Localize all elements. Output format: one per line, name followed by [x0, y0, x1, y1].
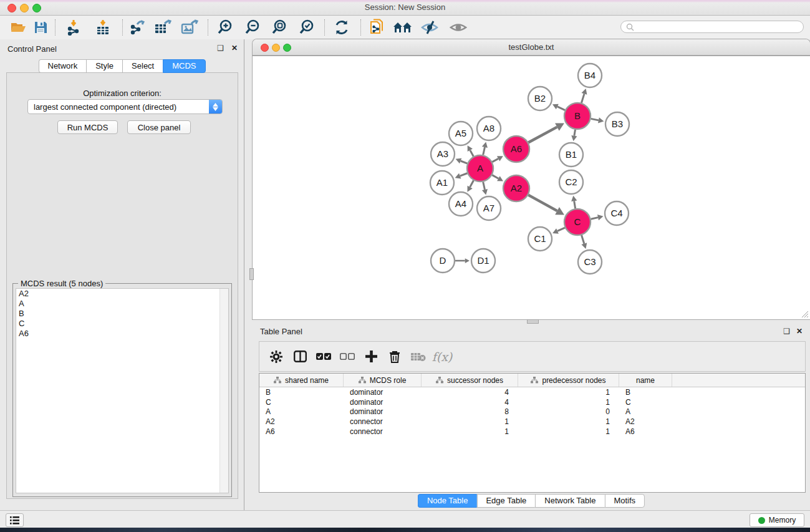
control-panel-float-icon[interactable]: ❑ — [217, 44, 224, 52]
zoom-selected-icon[interactable] — [296, 19, 317, 36]
delete-table-icon[interactable] — [407, 352, 430, 362]
tab-edge-table[interactable]: Edge Table — [476, 494, 535, 508]
graph-edge[interactable] — [557, 228, 565, 231]
graph-edge[interactable] — [483, 181, 485, 190]
table-cell[interactable]: 4 — [422, 388, 518, 397]
table-row[interactable]: A2connector11A2 — [259, 417, 805, 427]
mcds-result-item[interactable]: A6 — [16, 329, 228, 339]
table-panel-close-icon[interactable]: ✕ — [796, 327, 803, 336]
graph-edge[interactable] — [591, 118, 599, 120]
table-cell[interactable]: 1 — [518, 398, 619, 407]
table-cell[interactable]: 8 — [422, 407, 518, 416]
table-cell[interactable]: connector — [344, 417, 422, 426]
graph-edge[interactable] — [574, 130, 576, 136]
optimization-criterion-select[interactable]: largest connected component (directed) — [27, 99, 223, 114]
hide-selected-icon[interactable] — [419, 19, 440, 36]
table-cell[interactable]: B — [619, 388, 672, 397]
save-icon[interactable] — [30, 19, 51, 36]
export-table-icon[interactable] — [152, 19, 173, 36]
network-graph[interactable]: AA1A3A4A5A7A8A6A2BB1B2B3B4CC1C2C3C4DD1 — [253, 56, 809, 319]
tab-node-table[interactable]: Node Table — [418, 494, 477, 508]
graph-edge[interactable] — [591, 218, 598, 220]
table-cell[interactable]: 1 — [518, 388, 619, 397]
table-row[interactable]: Bdominator41B — [259, 387, 805, 397]
show-all-icon[interactable] — [448, 19, 469, 36]
graph-edge[interactable] — [483, 147, 485, 155]
table-cell[interactable]: 1 — [518, 427, 619, 436]
table-row[interactable]: Cdominator41C — [259, 397, 805, 407]
column-header-shared-name[interactable]: shared name — [259, 374, 344, 387]
table-cell[interactable]: A — [259, 407, 344, 416]
graph-edge[interactable] — [581, 94, 584, 103]
table-cell[interactable]: B — [259, 388, 344, 397]
table-cell[interactable]: C — [259, 398, 344, 407]
graph-edge[interactable] — [528, 127, 557, 143]
graph-edge[interactable] — [461, 161, 468, 163]
network-window-titlebar[interactable]: testGlobe.txt — [253, 39, 810, 56]
table-cell[interactable]: 4 — [422, 398, 518, 407]
task-history-button[interactable] — [6, 513, 24, 527]
tab-network-table[interactable]: Network Table — [535, 494, 604, 508]
graph-edge[interactable] — [470, 150, 473, 157]
mcds-result-item[interactable]: A — [16, 299, 228, 309]
graph-edge[interactable] — [582, 235, 584, 244]
export-network-icon[interactable] — [126, 19, 147, 36]
table-cell[interactable]: 1 — [422, 427, 518, 436]
column-header-predecessor-nodes[interactable]: predecessor nodes — [518, 374, 619, 387]
deselect-all-columns-icon[interactable] — [335, 352, 359, 360]
table-cell[interactable]: 1 — [518, 417, 619, 426]
clone-network-icon[interactable] — [367, 19, 388, 36]
zoom-in-icon[interactable] — [215, 19, 236, 36]
splitter-handle[interactable] — [249, 268, 254, 280]
table-cell[interactable]: A — [619, 407, 672, 416]
export-image-icon[interactable] — [179, 19, 200, 36]
resize-grip-icon[interactable] — [801, 310, 809, 318]
table-cell[interactable]: 0 — [518, 407, 619, 416]
table-cell[interactable]: dominator — [344, 388, 422, 397]
table-cell[interactable]: 1 — [422, 417, 518, 426]
delete-column-icon[interactable] — [383, 351, 407, 363]
graph-edge[interactable] — [574, 201, 576, 208]
tab-network[interactable]: Network — [38, 59, 86, 73]
select-all-columns-icon[interactable] — [312, 352, 335, 360]
column-header-successor-nodes[interactable]: successor nodes — [422, 374, 518, 387]
first-neighbors-icon[interactable] — [392, 19, 413, 36]
zoom-out-icon[interactable] — [242, 19, 263, 36]
zoom-fit-icon[interactable] — [269, 19, 290, 36]
table-panel-float-icon[interactable]: ❑ — [783, 327, 790, 336]
table-cell[interactable]: dominator — [344, 398, 422, 407]
table-cell[interactable]: A2 — [619, 417, 672, 426]
function-builder-icon[interactable]: f(x) — [430, 350, 454, 364]
mcds-result-item[interactable]: A2 — [16, 289, 228, 299]
splitter-handle[interactable] — [527, 319, 539, 324]
graph-edge[interactable] — [470, 180, 474, 187]
table-row[interactable]: A6connector11A6 — [259, 427, 805, 437]
graph-edge[interactable] — [492, 175, 498, 179]
import-network-icon[interactable] — [64, 19, 85, 36]
close-panel-button[interactable]: Close panel — [127, 120, 191, 134]
graph-edge[interactable] — [460, 173, 468, 176]
mcds-result-list[interactable]: A2ABCA6 — [16, 288, 229, 493]
run-mcds-button[interactable]: Run MCDS — [57, 120, 118, 134]
tab-select[interactable]: Select — [122, 59, 163, 73]
table-row[interactable]: Adominator80A — [259, 407, 805, 417]
create-column-icon[interactable] — [359, 351, 383, 362]
search-input[interactable] — [620, 21, 804, 33]
table-cell[interactable]: C — [619, 398, 672, 407]
network-canvas[interactable]: AA1A3A4A5A7A8A6A2BB1B2B3B4CC1C2C3C4DD1 — [253, 56, 810, 319]
table-settings-gear-icon[interactable] — [264, 351, 288, 363]
graph-edge[interactable] — [557, 107, 565, 110]
memory-button[interactable]: Memory — [750, 513, 804, 527]
table-cell[interactable]: A6 — [259, 427, 344, 436]
import-table-icon[interactable] — [92, 19, 113, 36]
table-cell[interactable]: A6 — [619, 427, 672, 436]
column-header-mcds-role[interactable]: MCDS role — [344, 374, 422, 387]
scrollbar-track[interactable] — [219, 289, 228, 493]
tab-motifs[interactable]: Motifs — [604, 494, 645, 508]
graph-edge[interactable] — [528, 195, 557, 211]
table-cell[interactable]: A2 — [259, 417, 344, 426]
graph-edge[interactable] — [492, 158, 498, 162]
tab-mcds[interactable]: MCDS — [163, 59, 205, 73]
table-cell[interactable]: connector — [344, 427, 422, 436]
mcds-result-item[interactable]: B — [16, 309, 228, 319]
